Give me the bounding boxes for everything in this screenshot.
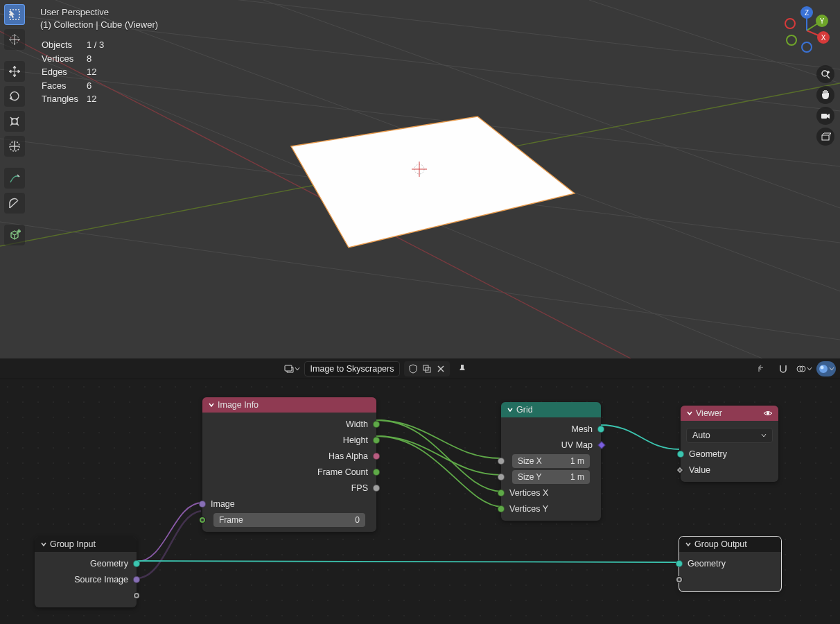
svg-text:Y: Y xyxy=(820,17,825,25)
context-label: (1) Collection | Cube (Viewer) xyxy=(40,19,158,31)
overlay-icon[interactable] xyxy=(796,361,812,376)
svg-rect-49 xyxy=(822,135,829,140)
tool-scale[interactable] xyxy=(4,111,25,132)
svg-text:X: X xyxy=(821,34,826,42)
viewport-nav-buttons xyxy=(816,65,834,146)
parent-tree-icon[interactable] xyxy=(754,361,771,376)
node-title: Group Output xyxy=(694,539,747,549)
node-header-viewer[interactable]: Viewer xyxy=(681,406,778,421)
node-group-input[interactable]: Group Input Geometry Source Image xyxy=(35,537,137,607)
svg-point-44 xyxy=(822,71,828,76)
svg-text:+: + xyxy=(17,228,21,234)
node-header-group-input[interactable]: Group Input xyxy=(35,537,137,552)
svg-line-30 xyxy=(10,200,18,208)
node-canvas[interactable]: Image Info Width Height Has Alpha Frame … xyxy=(0,379,840,624)
tool-cursor[interactable] xyxy=(4,29,25,50)
svg-point-36 xyxy=(787,35,796,45)
svg-text:Z: Z xyxy=(805,9,809,17)
node-editor-header: Image to Skyscrapers xyxy=(0,358,840,379)
node-image-info[interactable]: Image Info Width Height Has Alpha Frame … xyxy=(202,397,376,532)
size-y-field[interactable]: Size Y1 m xyxy=(512,470,590,484)
pan-button[interactable] xyxy=(816,86,834,104)
viewport-stats: Objects1 / 3 Vertices8 Edges12 Faces6 Tr… xyxy=(40,37,112,107)
duplicate-icon[interactable] xyxy=(421,363,433,375)
node-title: Grid xyxy=(516,405,533,415)
tool-annotate[interactable] xyxy=(4,168,25,189)
node-title: Group Input xyxy=(50,539,96,549)
perspective-toggle-button[interactable] xyxy=(816,128,834,146)
svg-rect-48 xyxy=(821,114,827,119)
zoom-button[interactable] xyxy=(816,65,834,83)
svg-point-63 xyxy=(767,412,769,415)
tree-type-dropdown[interactable] xyxy=(283,361,300,376)
node-title: Viewer xyxy=(696,408,722,418)
tool-add-cube[interactable]: + xyxy=(4,225,25,245)
viewport-3d[interactable]: + User Perspective (1) Collection | Cube… xyxy=(0,0,840,358)
viewport-header-text: User Perspective (1) Collection | Cube (… xyxy=(40,6,158,31)
size-x-field[interactable]: Size X1 m xyxy=(512,454,590,468)
tool-transform[interactable] xyxy=(4,136,25,157)
snap-icon[interactable] xyxy=(775,361,791,376)
node-viewer[interactable]: Viewer Auto Geometry Value xyxy=(681,406,778,482)
node-header-image-info[interactable]: Image Info xyxy=(202,397,376,413)
eye-icon[interactable] xyxy=(763,408,773,418)
camera-view-button[interactable] xyxy=(816,107,834,125)
perspective-label: User Perspective xyxy=(40,6,158,19)
node-grid[interactable]: Grid Mesh UV Map Size X1 m Size Y1 m Ver… xyxy=(501,402,601,521)
svg-point-35 xyxy=(785,19,795,28)
node-group-output[interactable]: Group Output Geometry xyxy=(679,537,781,591)
node-editor[interactable]: Image to Skyscrapers xyxy=(0,358,840,624)
tool-rotate[interactable] xyxy=(4,86,25,107)
svg-point-37 xyxy=(802,42,812,52)
nodetree-name-field[interactable]: Image to Skyscrapers xyxy=(304,361,401,376)
svg-point-62 xyxy=(821,365,824,369)
node-header-group-output[interactable]: Group Output xyxy=(679,537,781,552)
svg-rect-54 xyxy=(285,365,292,371)
pin-icon[interactable] xyxy=(454,361,471,376)
frame-field[interactable]: Frame0 xyxy=(213,513,365,527)
svg-line-45 xyxy=(827,76,830,78)
viewport-toolbar: + xyxy=(4,4,25,248)
node-title: Image Info xyxy=(218,400,259,410)
viewer-shading-icon[interactable] xyxy=(816,361,836,376)
nodetree-actions xyxy=(404,361,450,376)
tool-move[interactable] xyxy=(4,61,25,82)
viewport-grid xyxy=(0,0,840,358)
tool-select-box[interactable] xyxy=(4,4,25,25)
node-header-grid[interactable]: Grid xyxy=(501,402,601,417)
viewer-mode-select[interactable]: Auto xyxy=(686,428,773,443)
tool-measure[interactable] xyxy=(4,193,25,214)
svg-point-61 xyxy=(819,365,828,373)
navigation-gizmo[interactable]: X Y Z xyxy=(780,4,833,57)
shield-icon[interactable] xyxy=(407,363,419,375)
unlink-icon[interactable] xyxy=(435,363,447,375)
